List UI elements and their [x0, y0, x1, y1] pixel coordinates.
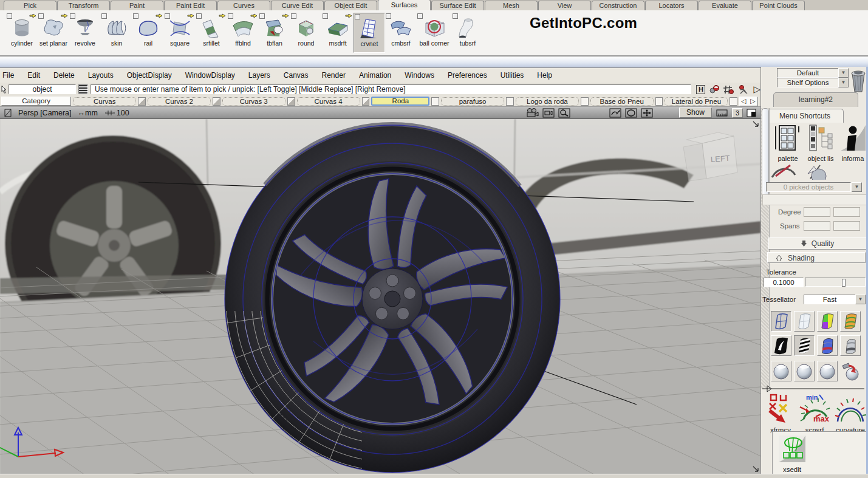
grid-snap-icon[interactable]: [723, 85, 734, 94]
shade-blue-band-button[interactable]: [817, 335, 838, 356]
tolerance-slider[interactable]: [805, 278, 866, 287]
layer-symmetry-box[interactable]: [213, 97, 220, 106]
tab-construction[interactable]: Construction: [592, 1, 644, 10]
stage-tab[interactable]: learning#2: [773, 92, 858, 107]
toggle-shade-icon[interactable]: [747, 109, 756, 117]
menu-file[interactable]: File: [0, 71, 21, 80]
tab-paint[interactable]: Paint: [111, 1, 163, 10]
shade-chrome-button[interactable]: [840, 335, 861, 356]
shelf-tool-square[interactable]: square: [164, 13, 196, 53]
tool-curvature[interactable]: curvature: [833, 394, 868, 434]
show-menu-button[interactable]: Show: [679, 108, 712, 118]
menu-objectdisplay[interactable]: ObjectDisplay: [120, 71, 179, 80]
tool-palette[interactable]: palette: [773, 124, 802, 162]
layer-roda-active[interactable]: Roda: [371, 97, 429, 106]
tool-checkbox[interactable]: [386, 13, 391, 19]
camera-lock-icon[interactable]: [542, 108, 555, 118]
perspective-viewport[interactable]: LEFT: [0, 119, 760, 474]
sketch-tool-icon[interactable]: [609, 108, 621, 118]
tolerance-value[interactable]: 0.1000: [764, 278, 804, 287]
sphere-line-icon[interactable]: [805, 164, 832, 180]
menu-canvas[interactable]: Canvas: [277, 71, 315, 80]
picked-objects-status[interactable]: 0 picked objects: [766, 182, 851, 192]
layer-symmetry-box[interactable]: [655, 97, 663, 106]
layer-curvas-4[interactable]: Curvas 4: [297, 97, 360, 106]
layer-curvas-3[interactable]: Curvas 3: [222, 97, 285, 106]
menu-edit[interactable]: Edit: [21, 71, 47, 80]
shelf-tool-revolve[interactable]: revolve: [69, 13, 101, 53]
menu-layouts[interactable]: Layouts: [81, 71, 120, 80]
zoom-region-icon[interactable]: [558, 108, 570, 118]
trash-can-icon[interactable]: [849, 67, 867, 93]
shade-patch-colors-button[interactable]: [817, 311, 838, 332]
tool-xfrmcv[interactable]: xfrmcv: [765, 394, 796, 434]
tool-checkbox[interactable]: [291, 13, 296, 19]
menu-windows[interactable]: Windows: [398, 71, 441, 80]
tool-checkbox[interactable]: [228, 13, 233, 19]
window-corner-icon[interactable]: [4, 109, 12, 117]
shelf-tool-set-planar[interactable]: set planar: [38, 13, 69, 53]
curve-snap-icon[interactable]: [738, 85, 749, 94]
render-sphere-3-button[interactable]: [817, 361, 838, 381]
shelf-tool-round[interactable]: round: [290, 13, 322, 53]
tab-object-edit[interactable]: Object Edit: [324, 1, 377, 10]
tool-checkbox[interactable]: [133, 13, 138, 19]
tab-curves[interactable]: Curves: [217, 1, 270, 10]
layer-symmetry-box[interactable]: [362, 97, 370, 106]
tab-locators[interactable]: Locators: [645, 1, 698, 10]
menu-help[interactable]: Help: [530, 71, 559, 80]
shelf-tool-cmbsrf[interactable]: cmbsrf: [385, 13, 417, 53]
menu-shortcuts-tab[interactable]: Menu Shortcuts: [766, 109, 844, 123]
pan-move-icon[interactable]: [641, 108, 653, 118]
layer-parafuso[interactable]: parafuso: [441, 97, 504, 106]
tab-mesh[interactable]: Mesh: [485, 1, 538, 10]
shade-isoangle-button[interactable]: [840, 311, 861, 332]
tab-paint-edit[interactable]: Paint Edit: [164, 1, 217, 10]
shelf-tool-cylinder[interactable]: cylinder: [6, 13, 38, 53]
menu-utilities[interactable]: Utilities: [494, 71, 531, 80]
wheel-model[interactable]: [225, 125, 560, 473]
degree-field-2[interactable]: [833, 207, 860, 217]
tool-checkbox[interactable]: [323, 13, 328, 19]
shading-section-header[interactable]: Shading: [767, 252, 866, 263]
tab-curve-edit[interactable]: Curve Edit: [271, 1, 324, 10]
layer-base-do-pneu[interactable]: Base do Pneu: [590, 97, 654, 106]
play-prompt-icon[interactable]: ▷: [753, 85, 760, 94]
view-cube[interactable]: LEFT: [683, 132, 737, 181]
layer-lateral-do-pneu[interactable]: Lateral do Pneu: [665, 97, 728, 106]
keyframe-h-icon[interactable]: H: [696, 85, 705, 94]
tolerance-slider-thumb[interactable]: [842, 279, 846, 287]
shelf-options-select[interactable]: Shelf Options: [777, 78, 839, 87]
tool-checkbox[interactable]: [165, 13, 170, 19]
spans-field-2[interactable]: [833, 221, 860, 231]
camera-label[interactable]: Persp [Camera]: [18, 109, 72, 117]
panel-splitter[interactable]: [762, 385, 866, 392]
shelf-tool-rail[interactable]: rail: [132, 13, 164, 53]
shelf-tool-tubsrf[interactable]: tubsrf: [452, 13, 484, 53]
shelf-tool-skin[interactable]: skin: [101, 13, 132, 53]
tool-checkbox[interactable]: [7, 13, 12, 19]
shelf-tool-msdrft[interactable]: msdrft: [322, 13, 354, 53]
tool-checkbox[interactable]: [453, 13, 458, 19]
viewport-resize-grip-top[interactable]: [752, 120, 759, 128]
shade-flat-button[interactable]: [794, 311, 815, 332]
shelf-tool-srfillet[interactable]: srfillet: [196, 13, 227, 53]
history-list-icon[interactable]: [78, 84, 88, 94]
layer-scroll-arrows[interactable]: ◁ ▷: [739, 97, 758, 106]
tool-checkbox[interactable]: [70, 13, 75, 19]
tab-transform[interactable]: Transform: [57, 1, 110, 10]
tool-information[interactable]: informa: [839, 124, 867, 162]
curve-check-icon[interactable]: [770, 164, 796, 180]
tool-checkbox[interactable]: [38, 13, 44, 19]
layer-symmetry-box[interactable]: [730, 97, 737, 106]
shelf-options-arrow[interactable]: ▼: [838, 78, 849, 87]
menu-delete[interactable]: Delete: [47, 71, 81, 80]
render-sphere-2-button[interactable]: [794, 361, 815, 381]
shelf-preset-select[interactable]: Default: [777, 68, 839, 78]
tab-surfaces[interactable]: Surfaces: [378, 0, 431, 10]
shelf-tool-tbflan[interactable]: tbflan: [259, 13, 290, 53]
circle-select-icon[interactable]: [625, 108, 637, 118]
layer-symmetry-box[interactable]: [287, 97, 295, 106]
tessellator-select[interactable]: Fast: [804, 295, 856, 304]
tool-xsedit[interactable]: xsedit: [776, 434, 808, 473]
